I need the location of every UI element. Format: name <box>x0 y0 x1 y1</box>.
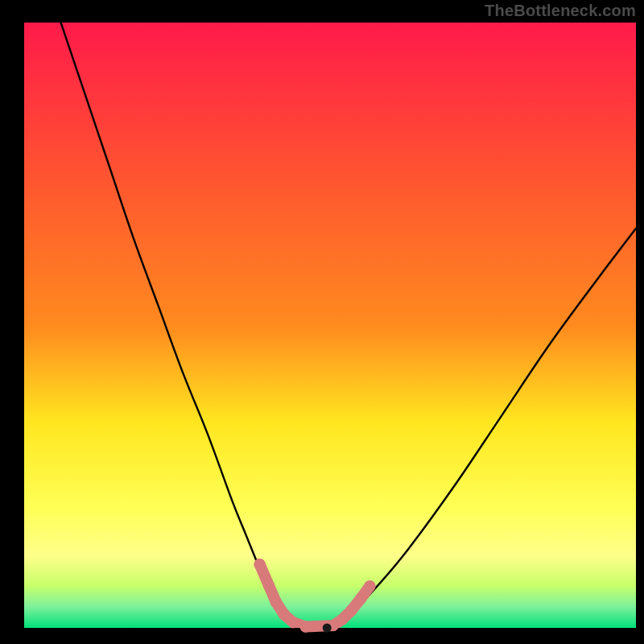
marker-segment-left-point <box>279 609 290 620</box>
watermark-text: TheBottleneck.com <box>485 2 636 20</box>
marker-segment-left-point <box>263 580 275 591</box>
marker-segment-right-point <box>345 605 357 616</box>
gradient-background <box>24 23 636 628</box>
chart-frame: TheBottleneck.com <box>0 0 644 644</box>
marker-segment-right-point <box>355 593 366 605</box>
bottleneck-chart <box>0 0 644 644</box>
curve-min-point <box>323 624 332 633</box>
marker-segment-left-point <box>270 597 282 608</box>
marker-segment-left-point <box>287 617 299 628</box>
marker-segment-left-point <box>254 559 265 570</box>
marker-segment-right-point <box>364 580 375 592</box>
